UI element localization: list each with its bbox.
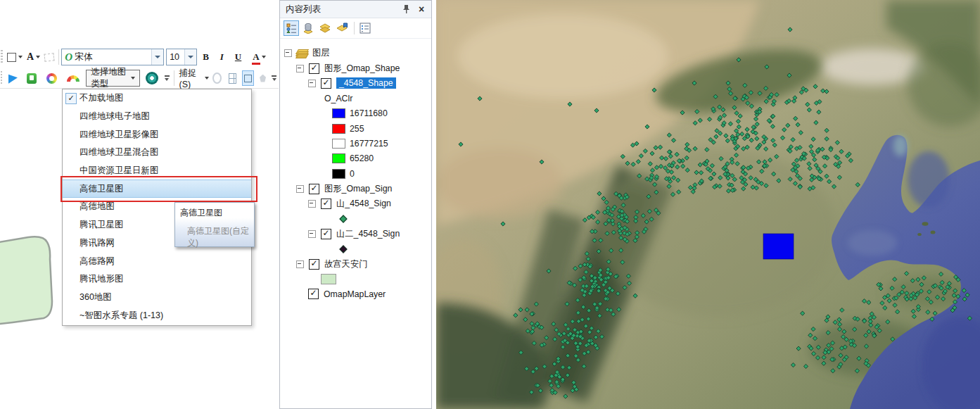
font-family-dropdown-icon[interactable]: [151, 49, 163, 65]
send-button[interactable]: [5, 70, 21, 86]
font-family-value: 宋体: [75, 51, 151, 63]
menu-item[interactable]: 腾讯地形图: [63, 270, 251, 289]
map-type-tooltip: 高德卫星图 高德卫星图(自定义): [174, 202, 255, 247]
menu-item-label: 腾讯地形图: [79, 273, 124, 285]
close-icon[interactable]: ×: [416, 4, 427, 15]
expander-icon[interactable]: [308, 200, 316, 208]
toolbar-overflow-button[interactable]: [165, 75, 170, 81]
tree-row[interactable]: 图层: [280, 46, 431, 61]
italic-button[interactable]: I: [215, 49, 229, 65]
map-type-button[interactable]: 选择地图类型: [86, 70, 140, 87]
shape-style-button[interactable]: [6, 49, 24, 65]
expander-icon[interactable]: [296, 185, 304, 193]
pin-icon[interactable]: [400, 4, 412, 15]
tree-row[interactable]: 255: [280, 121, 431, 136]
layer-label: OmapMapLayer: [324, 289, 386, 299]
toolbar-overflow-button[interactable]: [272, 75, 276, 81]
tree-row[interactable]: 16711680: [280, 106, 431, 121]
tree-row[interactable]: 16777215: [280, 136, 431, 151]
expander-icon[interactable]: [296, 260, 304, 268]
menu-item-label: 高德卫星图: [79, 183, 124, 195]
tooltip-subtitle: 高德卫星图(自定义): [175, 219, 254, 249]
snap-grid-icon[interactable]: [229, 73, 237, 84]
diamond-symbol: [339, 215, 347, 222]
snap-rectangle-button[interactable]: [242, 70, 254, 86]
tree-row[interactable]: ✓OmapMapLayer: [280, 287, 431, 301]
font-size-dropdown-icon[interactable]: [184, 49, 196, 65]
expander-icon[interactable]: [284, 49, 292, 57]
select-shape-button[interactable]: [43, 49, 56, 65]
tree-row[interactable]: 0: [280, 166, 431, 181]
send-icon: [8, 73, 18, 83]
target-tool-button[interactable]: [142, 70, 162, 86]
menu-item[interactable]: ✓不加载地图: [63, 89, 251, 108]
underline-button[interactable]: U: [230, 49, 246, 65]
expander-icon[interactable]: [308, 230, 316, 238]
tree-row[interactable]: [280, 241, 431, 256]
layer-checkbox[interactable]: ✓: [321, 229, 331, 239]
layer-label: 65280: [350, 153, 374, 163]
green-badge-icon: [27, 73, 37, 84]
font-brand-icon: O: [65, 51, 72, 63]
format-toolbar: A O 宋体 10 B I U A 选择地图类型 捕捉(S): [0, 0, 279, 89]
tree-row[interactable]: [280, 211, 431, 226]
snap-button[interactable]: 捕捉(S): [179, 68, 201, 89]
snap-point-icon[interactable]: [212, 73, 222, 84]
menu-item-label: 中国资源卫星日新图: [79, 165, 159, 177]
layer-checkbox[interactable]: ✓: [309, 184, 319, 194]
toolbar-grip[interactable]: [1, 71, 2, 85]
layer-checkbox[interactable]: ✓: [321, 78, 331, 89]
layer-label: 16777215: [350, 139, 388, 149]
color-wheel-button[interactable]: [42, 70, 61, 86]
toolbar-grip[interactable]: [1, 50, 3, 64]
list-by-visibility-icon[interactable]: [317, 20, 333, 36]
tree-row[interactable]: [280, 272, 431, 287]
options-list-icon[interactable]: [357, 20, 373, 36]
list-by-source-icon[interactable]: [300, 20, 316, 36]
tree-row[interactable]: ✓故宫天安门: [280, 256, 431, 271]
menu-item-label: 腾讯卫星图: [79, 219, 124, 231]
tree-row[interactable]: 65280: [280, 151, 431, 166]
expander-icon[interactable]: [296, 65, 304, 73]
menu-item[interactable]: 中国资源卫星日新图: [63, 162, 251, 180]
menu-item[interactable]: 四维地球电子地图: [63, 108, 251, 126]
layer-label: 图形_Omap_Shape: [324, 63, 400, 75]
bold-button[interactable]: B: [198, 49, 214, 65]
green-tool-button[interactable]: [23, 70, 41, 86]
tree-row[interactable]: ✓山_4548_Sign: [280, 196, 431, 211]
font-family-combobox[interactable]: O 宋体: [61, 49, 164, 65]
menu-item[interactable]: 高德路网: [63, 252, 251, 270]
tree-row[interactable]: O_AClr: [280, 91, 431, 106]
layer-checkbox[interactable]: ✓: [321, 199, 331, 209]
text-style-button[interactable]: A: [25, 49, 42, 65]
snap-polygon-icon[interactable]: [260, 75, 266, 82]
layer-checkbox[interactable]: ✓: [308, 289, 319, 299]
menu-item[interactable]: 四维地球卫星影像图: [63, 125, 251, 144]
map-view[interactable]: [436, 0, 980, 409]
menu-item[interactable]: 360地图: [63, 289, 251, 307]
expander-icon[interactable]: [308, 80, 316, 87]
font-color-button[interactable]: A: [248, 49, 267, 65]
tree-row[interactable]: ✓图形_Omap_Shape: [280, 61, 431, 75]
rainbow-button[interactable]: [63, 70, 84, 86]
layer-checkbox[interactable]: ✓: [309, 259, 319, 270]
map-type-button-label: 选择地图类型: [91, 66, 129, 90]
menu-item-label: 不加载地图: [79, 92, 124, 104]
font-size-combobox[interactable]: 10: [166, 49, 197, 65]
tree-row[interactable]: ✓_4548_Shape: [280, 76, 431, 91]
layer-label: 山二_4548_Sign: [336, 228, 400, 240]
tooltip-title: 高德卫星图: [175, 203, 254, 219]
color-swatch: [332, 124, 345, 134]
app-window: { "toolbar": { "font_value": "宋体", "font…: [0, 0, 980, 409]
lasso-icon: [44, 53, 55, 61]
fill-symbol-swatch: [321, 274, 336, 284]
layer-checkbox[interactable]: ✓: [309, 63, 319, 74]
list-by-selection-icon[interactable]: [334, 20, 350, 36]
tree-row[interactable]: ✓山二_4548_Sign: [280, 227, 431, 241]
blue-square-feature: [763, 234, 794, 259]
menu-item[interactable]: 高德卫星图: [63, 180, 251, 198]
tree-row[interactable]: ✓图形_Omap_Sign: [280, 182, 431, 196]
menu-item[interactable]: 四维地球卫星混合图: [63, 144, 251, 162]
list-by-drawing-order-icon[interactable]: [284, 20, 299, 36]
menu-item[interactable]: ~智图水系专题 (1-13): [63, 306, 251, 325]
